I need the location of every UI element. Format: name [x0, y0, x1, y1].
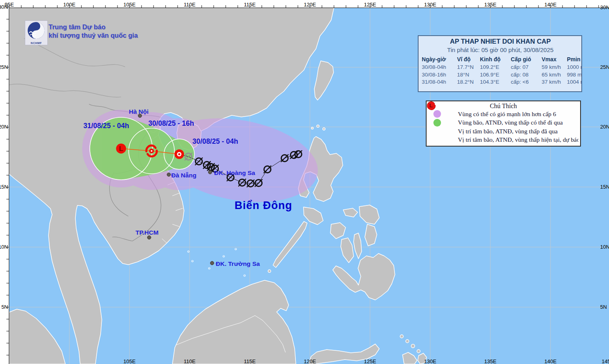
table-cell: 31/08-04h — [422, 78, 457, 86]
forecast-time-label: 31/08/25 - 04h — [83, 122, 129, 130]
bottom-axis-label: 120E — [304, 358, 316, 364]
table-cell: 17.7°N — [457, 64, 480, 71]
col-header: Pmin — [567, 55, 582, 64]
legend-label: Vị trí tâm bão, ATNĐ, vùng thấp hiện tại… — [458, 136, 579, 143]
city-marker — [167, 173, 171, 177]
right-axis-label: 15N — [600, 184, 609, 190]
left-axis-label: 20N — [0, 124, 8, 130]
right-axis-label: 10N — [600, 244, 609, 250]
top-axis-label: 115E — [244, 2, 256, 8]
col-header: Vmax — [542, 55, 567, 64]
table-cell: 30/08-04h — [422, 64, 457, 71]
bulletin-issued-time: Tin phát lúc: 05 giờ 00 phút, 30/08/2025 — [422, 46, 579, 53]
bulletin-table: Ngày-giờ Vĩ độ Kinh độ Cấp gió Vmax Pmin… — [422, 55, 579, 86]
city-label: ĐK. Hoàng Sa — [214, 169, 255, 176]
table-cell: 109.2°E — [480, 64, 511, 71]
city-label: ĐK. Trường Sa — [216, 260, 260, 267]
right-axis-label: 25N — [600, 64, 609, 70]
purple-zone-icon — [433, 110, 441, 118]
legend-label: Vùng có thể có gió mạnh lớn hơn cấp 6 — [458, 111, 556, 118]
top-axis-label: 135E — [484, 2, 497, 8]
forecast-time-label: 30/08/25 - 16h — [148, 119, 194, 127]
bottom-axis-label: 105E — [123, 358, 136, 364]
city-label: Hà Nội — [129, 108, 148, 115]
legend-item-past-positions: Vị trí tâm bão, ATNĐ, vùng thấp đã qua — [428, 127, 579, 136]
right-axis-label: 5N — [600, 304, 607, 310]
table-cell: 1000 mb — [567, 64, 582, 71]
top-axis-label: 130E — [424, 2, 437, 8]
bottom-axis-label: 145E — [602, 358, 609, 364]
forecast-time-label: 30/08/25 - 04h — [192, 137, 238, 145]
top-axis-label: 140E — [544, 2, 557, 8]
legend-box: Chú Thích Vùng có thể có gió mạnh lớn hơ… — [426, 101, 581, 147]
table-cell: 18.2°N — [457, 78, 480, 86]
table-cell: 1004 mb — [567, 78, 582, 86]
current-position-symbol — [174, 149, 184, 159]
legend-item-current-positions: Vị trí tâm bão, ATNĐ, vùng thấp hiện tại… — [428, 136, 579, 145]
table-cell: 65 km/h — [542, 71, 567, 79]
col-header: Kinh độ — [480, 55, 511, 64]
legend-item-purple-zone: Vùng có thể có gió mạnh lớn hơn cấp 6 — [428, 110, 579, 119]
city-label: Đà Nẵng — [171, 172, 196, 179]
left-axis-label: 15N — [0, 184, 8, 190]
top-axis-label: 125E — [364, 2, 376, 8]
table-cell: 30/08-16h — [422, 71, 457, 79]
bottom-axis-label: 130E — [424, 358, 437, 364]
table-cell: 37 km/h — [542, 78, 567, 86]
table-cell: cấp: 08 — [511, 71, 542, 79]
city-marker — [210, 261, 214, 265]
col-header: Ngày-giờ — [422, 55, 457, 64]
org-title-line1: Trung tâm Dự báo — [49, 23, 138, 31]
nchmf-logo-icon — [25, 21, 47, 41]
top-axis-label: 105E — [123, 2, 136, 8]
weather-map-page: L — [0, 0, 609, 364]
top-axis-label: 110E — [184, 2, 196, 8]
bottom-axis-label: 110E — [184, 358, 196, 364]
table-cell: 59 km/h — [542, 64, 567, 71]
legend-label: Vùng bão, ATNĐ, vùng thấp có thể đi qua — [458, 119, 563, 126]
left-axis-label: 30N — [0, 4, 8, 10]
bottom-axis-label: 125E — [364, 358, 376, 364]
table-cell: cấp: 07 — [511, 64, 542, 71]
right-axis-label: 20N — [600, 124, 609, 130]
left-axis-label: 10N — [0, 244, 8, 250]
city-marker — [208, 171, 212, 174]
table-cell: 18°N — [457, 71, 480, 79]
table-cell: 104.3°E — [480, 78, 511, 86]
bottom-axis-label: 140E — [544, 358, 557, 364]
legend-label: Vị trí tâm bão, ATNĐ, vùng thấp đã qua — [458, 128, 558, 135]
col-header: Cấp gió — [511, 55, 542, 64]
left-axis-label: 5N — [1, 304, 8, 310]
bottom-axis-label: 115E — [244, 358, 256, 364]
sea-name-label: Biển Đông — [235, 199, 292, 211]
top-axis-label: 100E — [63, 2, 76, 8]
left-axis-label: 25N — [0, 64, 8, 70]
org-title-line2: khí tượng thuỷ văn quốc gia — [49, 31, 138, 40]
legend-item-green-zone: Vùng bão, ATNĐ, vùng thấp có thể đi qua — [428, 119, 579, 127]
table-cell: 998 mb — [567, 71, 582, 79]
nchmf-logo-acronym: NCHMF — [25, 42, 47, 44]
nchmf-logo: NCHMF — [25, 20, 48, 45]
table-cell: 106.9°E — [480, 71, 511, 79]
table-cell: cấp: <6 — [511, 78, 542, 86]
top-axis-label: 120E — [304, 2, 316, 8]
org-title: Trung tâm Dự báo khí tượng thuỷ văn quốc… — [49, 23, 138, 40]
storm-bulletin-box: AP THAP NHIET DOI KHAN CAP Tin phát lúc:… — [418, 35, 582, 92]
col-header: Vĩ độ — [457, 55, 480, 64]
city-marker — [148, 236, 151, 239]
city-label: TP.HCM — [136, 229, 158, 236]
forecast-position-symbol — [116, 144, 126, 154]
green-zone-icon — [433, 119, 441, 127]
legend-title: Chú Thích — [428, 103, 579, 110]
right-axis-label: 30N — [600, 4, 609, 10]
bottom-axis-label: 135E — [484, 358, 497, 364]
bulletin-title: AP THAP NHIET DOI KHAN CAP — [422, 38, 579, 45]
